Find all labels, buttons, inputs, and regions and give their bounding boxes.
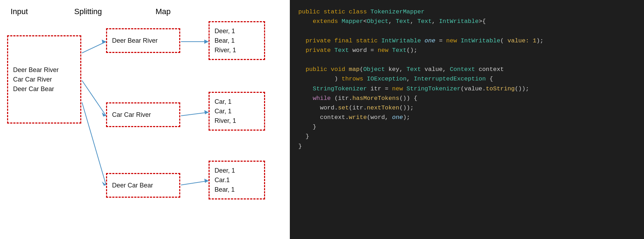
map-2-line-3: River, 1 (215, 116, 236, 126)
svg-marker-11 (204, 179, 209, 183)
map-2-line-2: Car, 1 (215, 107, 232, 116)
svg-marker-9 (204, 110, 209, 114)
map-1-line-3: River, 1 (215, 46, 236, 55)
split-box-2: Car Car River (106, 102, 180, 127)
svg-marker-7 (204, 40, 209, 44)
diagram-labels: Input Splitting Map (11, 7, 290, 16)
svg-line-10 (181, 181, 209, 185)
input-line-1: Deer Bear River (13, 65, 59, 75)
svg-marker-5 (102, 181, 106, 186)
map-box-1: Deer, 1 Bear, 1 River, 1 (209, 21, 265, 60)
svg-marker-3 (102, 112, 106, 116)
label-input: Input (11, 7, 74, 16)
map-1-line-2: Bear, 1 (215, 36, 235, 46)
map-1-line-1: Deer, 1 (215, 26, 235, 36)
split-text-1: Deer Bear River (112, 36, 158, 46)
split-box-1: Deer Bear River (106, 28, 180, 53)
svg-line-8 (181, 112, 209, 116)
input-line-2: Car Car River (13, 75, 52, 84)
input-line-3: Deer Car Bear (13, 84, 54, 94)
map-box-3: Deer, 1 Car.1 Bear, 1 (209, 161, 265, 199)
map-3-line-3: Bear, 1 (215, 185, 235, 195)
map-2-line-1: Car, 1 (215, 97, 232, 107)
svg-marker-1 (102, 40, 106, 44)
split-text-3: Deer Car Bear (112, 181, 153, 190)
map-3-line-2: Car.1 (215, 175, 230, 185)
code-block: public static class TokenizerMapper exte… (298, 7, 636, 151)
svg-line-2 (82, 80, 106, 116)
svg-line-4 (82, 102, 106, 185)
label-map: Map (156, 7, 226, 16)
svg-line-0 (82, 42, 106, 53)
label-splitting: Splitting (74, 7, 156, 16)
map-3-line-1: Deer, 1 (215, 166, 235, 175)
split-box-3: Deer Car Bear (106, 173, 180, 198)
map-box-2: Car, 1 Car, 1 River, 1 (209, 92, 265, 131)
diagram-panel: Input Splitting Map Deer Bear River Car … (0, 0, 290, 239)
input-box: Deer Bear River Car Car River Deer Car B… (7, 35, 81, 124)
split-text-2: Car Car River (112, 110, 151, 120)
code-panel: public static class TokenizerMapper exte… (290, 0, 644, 239)
